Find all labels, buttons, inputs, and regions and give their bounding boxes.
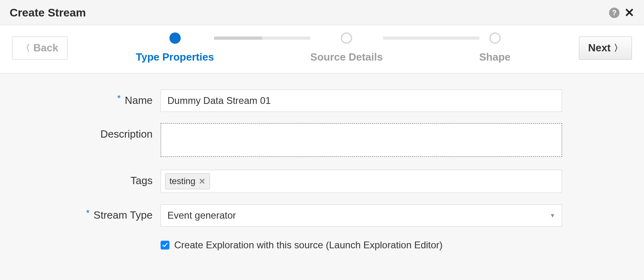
close-icon[interactable]: ✕ <box>624 7 634 19</box>
input-col <box>161 89 562 112</box>
required-star-icon: * <box>117 94 121 103</box>
create-exploration-label: Create Exploration with this source (Lau… <box>174 239 442 251</box>
name-input[interactable] <box>161 89 562 112</box>
header-actions: ? ✕ <box>609 7 634 19</box>
dialog-header: Create Stream ? ✕ <box>0 0 644 25</box>
select-value: Event generator <box>167 210 236 221</box>
stream-type-select[interactable]: Event generator ▼ <box>161 204 562 227</box>
create-exploration-checkbox[interactable] <box>161 241 169 250</box>
step-track <box>383 37 479 40</box>
row-description: Description <box>24 123 620 158</box>
step-label: Shape <box>479 51 511 63</box>
wizard-stepper: Type Properties Source Details Shape <box>84 32 562 63</box>
row-create-exploration: Create Exploration with this source (Lau… <box>24 238 620 251</box>
field-label: Stream Type <box>94 209 153 221</box>
label-name: * Name <box>24 89 161 107</box>
description-textarea[interactable] <box>161 123 562 157</box>
input-col: Create Exploration with this source (Lau… <box>161 238 562 251</box>
step-shape[interactable]: Shape <box>479 32 511 63</box>
row-stream-type: * Stream Type Event generator ▼ <box>24 204 620 227</box>
back-button[interactable]: 〈 Back <box>12 37 67 60</box>
step-label: Type Properties <box>136 51 214 63</box>
label-description: Description <box>24 123 161 140</box>
help-icon[interactable]: ? <box>609 8 620 18</box>
field-label: Tags <box>130 174 153 187</box>
dialog-title: Create Stream <box>10 6 86 19</box>
step-dot-icon <box>341 32 352 44</box>
tag-label: testing <box>169 176 196 187</box>
tags-input[interactable]: testing ✕ <box>161 170 562 193</box>
required-star-icon: * <box>86 209 90 217</box>
create-exploration-checkbox-row: Create Exploration with this source (Lau… <box>161 239 562 251</box>
step-track <box>214 37 310 40</box>
field-label: Description <box>100 128 153 140</box>
step-dot-icon <box>169 32 181 44</box>
tag-remove-icon[interactable]: ✕ <box>199 177 206 186</box>
label-spacer <box>24 238 161 243</box>
checkmark-icon <box>162 242 168 248</box>
input-col: testing ✕ <box>161 170 562 193</box>
label-stream-type: * Stream Type <box>24 204 161 221</box>
step-source-details[interactable]: Source Details <box>310 32 383 63</box>
chevron-right-icon: 〉 <box>614 42 623 54</box>
input-col <box>161 123 562 158</box>
row-name: * Name <box>24 89 620 112</box>
label-tags: Tags <box>24 170 161 187</box>
chevron-down-icon: ▼ <box>550 212 555 219</box>
back-button-label: Back <box>33 42 58 54</box>
row-tags: Tags testing ✕ <box>24 170 620 193</box>
next-button[interactable]: Next 〉 <box>579 37 632 60</box>
step-type-properties[interactable]: Type Properties <box>136 32 214 63</box>
input-col: Event generator ▼ <box>161 204 562 227</box>
next-button-label: Next <box>588 42 611 54</box>
field-label: Name <box>125 94 153 107</box>
wizard-nav-bar: 〈 Back Type Properties Source Details Sh… <box>0 25 644 73</box>
step-label: Source Details <box>310 51 383 63</box>
form-panel: * Name Description Tags testing ✕ <box>0 73 644 280</box>
step-dot-icon <box>489 32 501 44</box>
tag-chip: testing ✕ <box>165 173 210 189</box>
chevron-left-icon: 〈 <box>21 42 30 54</box>
